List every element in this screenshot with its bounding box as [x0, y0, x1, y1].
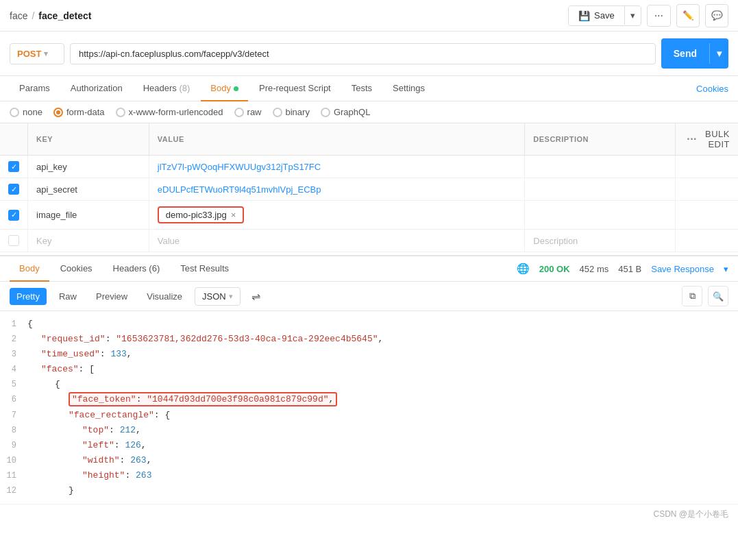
fmt-pretty[interactable]: Pretty — [10, 288, 47, 305]
request-tabs: Params Authorization Headers (8) Body Pr… — [0, 76, 738, 101]
save-button-group: 💾 Save ▾ — [568, 5, 641, 26]
placeholder-action — [676, 230, 738, 252]
body-type-binary[interactable]: binary — [273, 107, 310, 117]
send-button[interactable]: Send ▾ — [661, 38, 728, 69]
resp-tab-cookies[interactable]: Cookies — [51, 256, 102, 282]
body-type-raw[interactable]: raw — [234, 107, 262, 117]
params-table: KEY VALUE DESCRIPTION ··· Bulk Edit api_… — [0, 123, 738, 252]
line-number: 5 — [0, 378, 27, 391]
table-dots-button[interactable]: ··· — [684, 133, 700, 145]
row3-key[interactable]: image_file — [28, 201, 149, 230]
watermark-text: CSDN @是个小卷毛 — [653, 509, 728, 519]
save-button[interactable]: 💾 Save — [569, 6, 624, 25]
placeholder-key[interactable]: Key — [28, 230, 149, 252]
line-number: 1 — [0, 317, 27, 331]
row2-value[interactable]: eDULPcfETWuoRT9l4q51mvhlVpj_ECBp — [149, 178, 525, 201]
tab-pre-request-script[interactable]: Pre-request Script — [249, 76, 341, 101]
json-line-10: 10 "width": 263, — [0, 453, 738, 468]
file-remove-button[interactable]: × — [231, 210, 236, 220]
json-line-7: 7 "face_rectangle": { — [0, 408, 738, 423]
breadcrumb-sep: / — [32, 10, 34, 21]
row1-checkbox[interactable] — [8, 161, 19, 172]
row1-checkbox-cell — [0, 156, 28, 178]
body-type-none[interactable]: none — [10, 107, 42, 117]
row3-value-cell: demo-pic33.jpg × — [149, 201, 525, 230]
tab-body[interactable]: Body — [201, 76, 248, 101]
cookies-link[interactable]: Cookies — [696, 84, 728, 94]
fmt-preview[interactable]: Preview — [89, 288, 134, 305]
fmt-visualize[interactable]: Visualize — [140, 288, 189, 305]
th-checkbox — [0, 123, 28, 156]
fmt-raw[interactable]: Raw — [52, 288, 84, 305]
line-number: 8 — [0, 424, 27, 437]
line-number: 2 — [0, 332, 27, 346]
bulk-edit-button[interactable]: Bulk Edit — [705, 129, 730, 149]
file-name: demo-pic33.jpg — [166, 210, 227, 220]
row2-key[interactable]: api_secret — [28, 178, 149, 201]
radio-formdata-label: form-data — [66, 107, 105, 117]
breadcrumb-current: face_detect — [38, 10, 91, 21]
placeholder-value[interactable]: Value — [149, 230, 525, 252]
tab-headers[interactable]: Headers (8) — [134, 76, 200, 101]
placeholder-description[interactable]: Description — [525, 230, 676, 252]
line-content: "face_rectangle": { — [27, 408, 738, 423]
edit-button[interactable]: ✏️ — [676, 4, 700, 27]
body-type-form-data[interactable]: form-data — [53, 107, 105, 117]
copy-icon: ⧉ — [689, 291, 696, 302]
format-bar: Pretty Raw Preview Visualize JSON ▾ ⇌ ⧉ … — [0, 282, 738, 311]
save-response-button[interactable]: Save Response — [651, 264, 714, 274]
resp-tab-headers[interactable]: Headers (6) — [103, 256, 170, 282]
table-row: api_secret eDULPcfETWuoRT9l4q51mvhlVpj_E… — [0, 178, 738, 201]
save-response-arrow[interactable]: ▾ — [724, 264, 728, 274]
json-line-12: 12 } — [0, 483, 738, 498]
row3-checkbox-cell — [0, 201, 28, 230]
json-line-11: 11 "height": 263 — [0, 468, 738, 483]
row2-checkbox[interactable] — [8, 184, 19, 195]
headers-count: (8) — [179, 83, 190, 93]
method-select[interactable]: POST ▾ — [10, 43, 64, 64]
body-type-urlencoded[interactable]: x-www-form-urlencoded — [116, 107, 223, 117]
search-button[interactable]: 🔍 — [708, 286, 728, 306]
wrap-icon[interactable]: ⇌ — [251, 290, 260, 303]
pencil-icon: ✏️ — [682, 10, 694, 21]
url-input[interactable] — [70, 43, 656, 64]
body-type-graphql[interactable]: GraphQL — [321, 107, 370, 117]
format-type-select[interactable]: JSON ▾ — [195, 287, 241, 306]
line-content: "top": 212, — [27, 423, 738, 438]
row1-description[interactable] — [525, 156, 676, 178]
th-description: DESCRIPTION — [525, 123, 676, 156]
line-content: "time_used": 133, — [27, 347, 738, 362]
save-label: Save — [594, 10, 615, 21]
resp-tab-test-results[interactable]: Test Results — [171, 256, 238, 282]
placeholder-checkbox[interactable] — [8, 235, 19, 246]
row3-description[interactable] — [525, 201, 676, 230]
format-actions: ⧉ 🔍 — [682, 286, 728, 306]
radio-graphql-label: GraphQL — [334, 107, 370, 117]
resp-tab-body[interactable]: Body — [10, 256, 49, 282]
radio-binary-label: binary — [286, 107, 310, 117]
save-arrow-button[interactable]: ▾ — [624, 6, 641, 25]
response-meta: 🌐 200 OK 452 ms 451 B Save Response ▾ — [517, 263, 728, 275]
breadcrumb: face / face_detect — [10, 10, 91, 21]
tab-settings[interactable]: Settings — [383, 76, 434, 101]
body-dot — [234, 86, 238, 91]
tab-tests[interactable]: Tests — [342, 76, 382, 101]
line-content: { — [27, 377, 738, 392]
json-line-9: 9 "left": 126, — [0, 438, 738, 453]
line-number: 10 — [0, 454, 27, 467]
row2-description[interactable] — [525, 178, 676, 201]
response-status: 200 OK — [539, 264, 570, 274]
copy-button[interactable]: ⧉ — [682, 286, 702, 306]
radio-raw-dot — [234, 108, 244, 117]
json-line-6: 6 "face_token": "10447d93dd700e3f98c0a98… — [0, 392, 738, 407]
more-options-button[interactable]: ··· — [647, 5, 671, 27]
request-bar: POST ▾ Send ▾ — [0, 32, 738, 76]
comment-button[interactable]: 💬 — [705, 4, 728, 27]
row3-checkbox[interactable] — [8, 210, 19, 221]
tab-params[interactable]: Params — [10, 76, 60, 101]
breadcrumb-parent: face — [10, 10, 27, 21]
row1-key[interactable]: api_key — [28, 156, 149, 178]
row1-value[interactable]: jlTzV7l-pWQoqHFXWUUgv312jTpS17FC — [149, 156, 525, 178]
tab-authorization[interactable]: Authorization — [61, 76, 132, 101]
send-label: Send — [661, 43, 709, 64]
